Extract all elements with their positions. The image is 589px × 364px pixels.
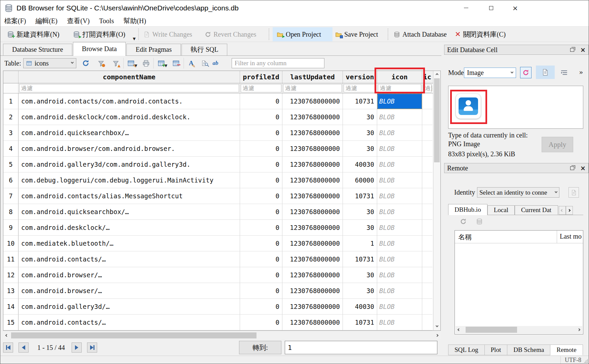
tab-db-schema[interactable]: DB Schema — [507, 345, 550, 355]
cell-version[interactable]: 30 — [343, 220, 377, 236]
save-filter-button[interactable]: ▲ — [111, 58, 121, 68]
menu-file[interactable]: 檔案(F) — [4, 16, 26, 26]
cell-profileid[interactable]: 0 — [240, 157, 282, 172]
cell-icon[interactable]: BLOB — [377, 236, 422, 251]
tab-remote[interactable]: Remote — [550, 345, 583, 355]
maximize-button[interactable] — [483, 0, 499, 15]
edit-record-button[interactable]: ✎ — [126, 58, 136, 68]
cell-icon[interactable]: BLOB — [377, 109, 422, 125]
remote-column-name[interactable]: 名稱 — [458, 233, 472, 242]
cell-version[interactable]: 40030 — [343, 299, 377, 315]
cell-componentname[interactable]: com.mediatek.bluetooth/… — [18, 236, 240, 251]
cell-extra[interactable] — [422, 93, 432, 109]
column-header-version[interactable]: version — [343, 71, 377, 83]
cell-version[interactable]: 10731 — [343, 93, 377, 109]
tab-plot[interactable]: Plot — [485, 345, 508, 355]
cell-profileid[interactable]: 0 — [240, 236, 282, 251]
cell-extra[interactable] — [422, 157, 432, 172]
cell-version[interactable]: 40030 — [343, 157, 377, 172]
cell-icon[interactable]: BLOB — [377, 157, 422, 172]
cell-componentname[interactable]: com.android.contacts/com.android.contact… — [18, 93, 240, 109]
cell-componentname[interactable]: com.android.browser/… — [18, 267, 240, 283]
cell-version[interactable]: 10731 — [343, 188, 377, 204]
insert-record-button[interactable]: + — [156, 58, 166, 68]
cell-profileid[interactable]: 0 — [240, 172, 282, 188]
close-button[interactable]: × — [507, 0, 523, 15]
cell-extra[interactable] — [422, 283, 432, 299]
cell-profileid[interactable]: 0 — [240, 93, 282, 109]
search-button[interactable] — [201, 58, 210, 68]
cell-version[interactable]: 10731 — [343, 315, 377, 330]
cell-version[interactable]: 30 — [343, 141, 377, 157]
cell-icon[interactable]: BLOB — [377, 220, 422, 236]
cell-version[interactable]: 10731 — [343, 251, 377, 267]
cell-extra[interactable] — [422, 125, 432, 141]
table-select[interactable]: icons — [23, 58, 76, 68]
cell-profileid[interactable]: 0 — [240, 283, 282, 299]
clear-filters-button[interactable]: ● — [96, 58, 106, 68]
cell-extra[interactable] — [422, 299, 432, 315]
previous-record-button[interactable] — [18, 342, 29, 353]
cell-lastupdated[interactable]: 1230768000000 — [282, 236, 343, 251]
cell-lastupdated[interactable]: 1230768000000 — [282, 220, 343, 236]
scroll-up-button[interactable] — [433, 71, 440, 78]
cell-profileid[interactable]: 0 — [240, 315, 282, 330]
column-header-lastupdated[interactable]: lastUpdated — [282, 71, 343, 83]
identity-select[interactable]: Select an identity to conne — [477, 187, 559, 198]
cell-componentname[interactable]: com.android.deskclock/com.android.deskcl… — [18, 109, 240, 125]
cell-icon[interactable]: BLOB — [377, 93, 422, 109]
tab-current-database[interactable]: Current Dat — [515, 205, 558, 215]
cell-profileid[interactable]: 0 — [240, 188, 282, 204]
vertical-scrollbar[interactable] — [433, 71, 440, 330]
scroll-right-button[interactable] — [433, 332, 441, 339]
tab-scroll-right-button[interactable] — [566, 206, 573, 215]
cell-componentname[interactable]: com.android.gallery3d/… — [18, 299, 240, 315]
cell-icon[interactable]: BLOB — [377, 172, 422, 188]
cell-profileid[interactable]: 0 — [240, 220, 282, 236]
mode-select[interactable]: Image — [464, 68, 516, 78]
cell-lastupdated[interactable]: 1230768000000 — [282, 109, 343, 125]
save-project-button[interactable]: Save Project — [334, 28, 380, 41]
vertical-scrollbar-thumb[interactable] — [434, 78, 440, 162]
cell-extra[interactable] — [422, 204, 432, 220]
column-header-icon[interactable]: icon — [377, 71, 422, 83]
cell-profileid[interactable]: 0 — [240, 299, 282, 315]
cell-componentname[interactable]: com.android.contacts/alias.MessageShortc… — [18, 188, 240, 204]
column-header-profileid[interactable]: profileId — [240, 71, 282, 83]
cell-extra[interactable] — [422, 109, 432, 125]
cell-lastupdated[interactable]: 1230768000000 — [282, 157, 343, 172]
edit-format-button[interactable]: A✎ — [187, 58, 196, 68]
open-project-button[interactable]: ➤ Open Project — [275, 28, 322, 41]
cell-lastupdated[interactable]: 1230768000000 — [282, 251, 343, 267]
cell-componentname[interactable]: com.android.contacts/… — [18, 251, 240, 267]
cell-version[interactable]: 60000 — [343, 172, 377, 188]
cell-icon[interactable]: BLOB — [377, 251, 422, 267]
cell-profileid[interactable]: 0 — [240, 141, 282, 157]
tab-sql-log[interactable]: SQL Log — [448, 345, 485, 355]
goto-record-input[interactable] — [285, 341, 437, 354]
cell-extra[interactable] — [422, 236, 432, 251]
import-data-button[interactable] — [520, 67, 532, 78]
cell-componentname[interactable]: com.android.quicksearchbox/… — [18, 125, 240, 141]
remote-scrollbar-thumb[interactable] — [466, 327, 517, 333]
cell-lastupdated[interactable]: 1230768000000 — [282, 188, 343, 204]
filter-input-version[interactable]: 過濾 — [343, 83, 377, 93]
open-database-button[interactable]: ➤ 打開資料庫(O) — [72, 28, 127, 41]
cell-extra[interactable] — [422, 172, 432, 188]
menu-help[interactable]: 幫助(H) — [123, 16, 146, 26]
cell-icon[interactable]: BLOB — [377, 141, 422, 157]
dock-close-icon[interactable]: × — [580, 165, 586, 171]
cell-componentname[interactable]: com.android.contacts/… — [18, 315, 240, 330]
cell-profileid[interactable]: 0 — [240, 109, 282, 125]
cell-componentname[interactable]: com.android.gallery3d/com.android.galler… — [18, 157, 240, 172]
encoding-button[interactable]: ab — [211, 58, 220, 68]
menu-view[interactable]: 查看(V) — [67, 16, 90, 26]
cell-extra[interactable] — [422, 315, 432, 330]
filter-input-profileid[interactable]: 過濾 — [240, 83, 282, 93]
cell-version[interactable]: 30 — [343, 283, 377, 299]
refresh-button[interactable] — [81, 58, 90, 68]
cell-version[interactable]: 30 — [343, 204, 377, 220]
cell-profileid[interactable]: 0 — [240, 125, 282, 141]
cell-profileid[interactable]: 0 — [240, 204, 282, 220]
cell-icon[interactable]: BLOB — [377, 125, 422, 141]
